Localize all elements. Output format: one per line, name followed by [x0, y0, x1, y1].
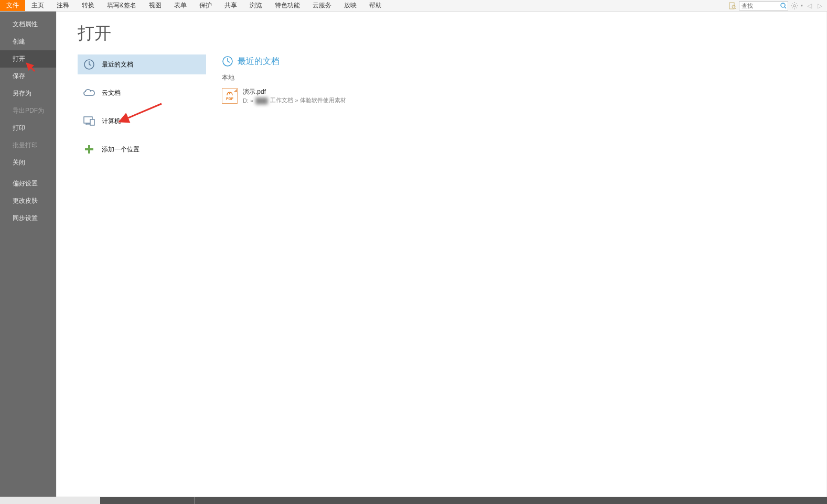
computer-icon: [83, 115, 95, 127]
source-add-location[interactable]: 添加一个位置: [78, 139, 206, 159]
sidebar-item-open[interactable]: 打开: [0, 50, 56, 68]
svg-point-3: [781, 3, 785, 7]
sidebar-item-saveas[interactable]: 另存为: [0, 85, 56, 102]
source-recent-label: 最近的文档: [102, 60, 133, 69]
clock-icon: [83, 58, 95, 71]
source-recent[interactable]: 最近的文档: [78, 54, 206, 74]
menu-slideshow[interactable]: 放映: [338, 0, 363, 11]
cloud-icon: [83, 86, 95, 99]
sidebar-item-create[interactable]: 创建: [0, 33, 56, 50]
local-section-label: 本地: [222, 73, 826, 82]
svg-line-24: [228, 61, 230, 62]
top-menu-bar: 文件 主页 注释 转换 填写&签名 视图 表单 保护 共享 浏览 特色功能 云服…: [0, 0, 827, 12]
sidebar-item-skin[interactable]: 更改皮肤: [0, 192, 56, 210]
open-layout: 最近的文档 云文档 计算机: [78, 54, 826, 159]
svg-point-5: [793, 4, 796, 6]
recent-header: 最近的文档: [222, 56, 826, 67]
svg-rect-0: [729, 3, 734, 9]
svg-rect-19: [90, 119, 94, 125]
svg-line-12: [792, 7, 793, 8]
file-sidebar: 文档属性 创建 打开 保存 另存为 导出PDF为 打印 批量打印 关闭 偏好设置…: [0, 12, 56, 497]
svg-point-25: [229, 93, 230, 94]
menu-comment[interactable]: 注释: [50, 0, 76, 11]
recent-file-row[interactable]: PDF 演示.pdf D: » ███ 工作文档 » 体验软件使用素材: [222, 85, 826, 106]
gear-icon[interactable]: [790, 2, 799, 10]
nav-back-icon[interactable]: ◁: [805, 2, 813, 10]
sidebar-gap: [0, 171, 56, 175]
menu-form[interactable]: 表单: [168, 0, 193, 11]
sidebar-item-preferences[interactable]: 偏好设置: [0, 175, 56, 192]
pdf-file-icon: PDF: [222, 88, 238, 104]
file-path: D: » ███ 工作文档 » 体验软件使用素材: [243, 96, 346, 104]
find-input[interactable]: [739, 3, 779, 9]
recent-panel: 最近的文档 本地 PDF 演示.pdf D: » ███ 工作文档 »: [222, 54, 826, 159]
clock-icon: [222, 56, 233, 67]
status-bar: [0, 497, 827, 504]
gear-dropdown-icon[interactable]: ▾: [801, 3, 803, 8]
source-cloud-label: 云文档: [102, 89, 121, 97]
menu-view[interactable]: 视图: [143, 0, 168, 11]
source-add-label: 添加一个位置: [102, 145, 139, 154]
find-doc-icon[interactable]: [728, 2, 737, 10]
sidebar-item-exportpdf[interactable]: 导出PDF为: [0, 102, 56, 119]
menu-home[interactable]: 主页: [25, 0, 50, 11]
menu-fillsign[interactable]: 填写&签名: [101, 0, 143, 11]
svg-line-13: [797, 3, 798, 4]
source-computer[interactable]: 计算机: [78, 111, 206, 131]
main-area: 文档属性 创建 打开 保存 另存为 导出PDF为 打印 批量打印 关闭 偏好设置…: [0, 12, 827, 497]
svg-line-16: [89, 64, 91, 65]
sidebar-item-close[interactable]: 关闭: [0, 154, 56, 171]
svg-line-4: [785, 7, 786, 8]
menu-share[interactable]: 共享: [218, 0, 243, 11]
find-box: [739, 1, 788, 10]
sidebar-item-print[interactable]: 打印: [0, 119, 56, 137]
sidebar-item-sync[interactable]: 同步设置: [0, 210, 56, 227]
source-computer-label: 计算机: [102, 117, 121, 126]
svg-rect-18: [86, 124, 90, 125]
svg-line-11: [797, 7, 798, 8]
plus-icon: [83, 143, 95, 156]
sidebar-item-properties[interactable]: 文档属性: [0, 16, 56, 33]
svg-line-10: [792, 3, 793, 4]
menu-cloud[interactable]: 云服务: [306, 0, 338, 11]
status-segment: [100, 497, 195, 504]
recent-header-label: 最近的文档: [238, 56, 280, 67]
menu-file[interactable]: 文件: [0, 0, 25, 11]
sidebar-item-save[interactable]: 保存: [0, 68, 56, 85]
menu-browse[interactable]: 浏览: [243, 0, 268, 11]
open-source-list: 最近的文档 云文档 计算机: [78, 54, 206, 159]
menu-feature[interactable]: 特色功能: [268, 0, 306, 11]
source-cloud[interactable]: 云文档: [78, 83, 206, 103]
open-panel: 打开 最近的文档 云文档: [56, 12, 827, 497]
page-title: 打开: [78, 22, 826, 45]
svg-rect-21: [85, 148, 93, 150]
file-info: 演示.pdf D: » ███ 工作文档 » 体验软件使用素材: [243, 87, 346, 104]
sidebar-item-batchprint[interactable]: 批量打印: [0, 137, 56, 154]
nav-forward-icon[interactable]: ▷: [815, 2, 824, 10]
menu-convert[interactable]: 转换: [76, 0, 101, 11]
file-name: 演示.pdf: [243, 87, 346, 96]
menu-protect[interactable]: 保护: [193, 0, 218, 11]
menu-help[interactable]: 帮助: [363, 0, 388, 11]
topbar-right: ▾ ◁ ▷: [728, 0, 827, 11]
svg-line-2: [735, 8, 736, 9]
search-icon[interactable]: [779, 2, 788, 10]
